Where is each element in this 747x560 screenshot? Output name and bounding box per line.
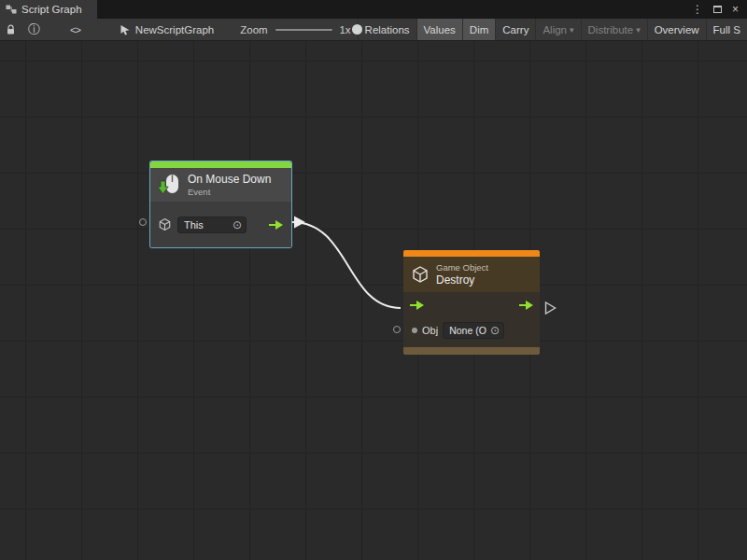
carry-button[interactable]: Carry xyxy=(495,19,535,40)
tab-script-graph[interactable]: Script Graph xyxy=(0,0,97,19)
menu-icon[interactable]: ⋮ xyxy=(692,3,703,16)
event-target-port[interactable] xyxy=(139,218,147,226)
target-field-value: This xyxy=(184,219,204,231)
zoom-label: Zoom xyxy=(240,24,267,35)
destroy-obj-port[interactable] xyxy=(393,326,401,333)
code-icon[interactable]: <> xyxy=(70,24,80,35)
graph-name-group[interactable]: NewScriptGraph xyxy=(120,24,214,35)
graph-canvas[interactable]: On Mouse Down Event This ⊙ xyxy=(0,41,747,560)
toolbar-buttons: Relations Values Dim Carry Align ▾ Distr… xyxy=(358,19,747,40)
zoom-slider-handle[interactable] xyxy=(352,24,362,35)
fullscreen-button[interactable]: Full S xyxy=(706,19,747,40)
graph-name: NewScriptGraph xyxy=(135,24,214,35)
node-on-mouse-down[interactable]: On Mouse Down Event This ⊙ xyxy=(150,161,291,247)
obj-field-value: None (O xyxy=(449,325,486,336)
graph-asset-icon xyxy=(120,24,131,35)
titlebar-controls: ⋮ × xyxy=(692,0,747,19)
tab-title: Script Graph xyxy=(21,4,82,15)
dim-button[interactable]: Dim xyxy=(462,19,495,40)
script-graph-window: Script Graph ⋮ × ⓘ <> NewScriptGraph Zoo… xyxy=(0,0,747,560)
graph-toolbar: ⓘ <> NewScriptGraph Zoom 1x Relations Va… xyxy=(0,19,747,41)
value-port-dot xyxy=(412,328,417,333)
lock-icon[interactable] xyxy=(6,24,16,35)
values-button[interactable]: Values xyxy=(416,19,462,40)
align-button[interactable]: Align ▾ xyxy=(535,19,580,40)
mouse-event-icon xyxy=(157,173,181,197)
distribute-button[interactable]: Distribute ▾ xyxy=(581,19,647,40)
destroy-obj-row: Obj None (O ⊙ xyxy=(403,317,540,343)
node-subtitle: Event xyxy=(188,187,271,197)
node-title: Destroy xyxy=(436,273,488,287)
zoom-value: 1x xyxy=(339,24,350,35)
destroy-accent-strip xyxy=(403,250,540,257)
flow-input-port[interactable] xyxy=(409,300,425,311)
chevron-down-icon: ▾ xyxy=(570,25,574,35)
chevron-down-icon: ▾ xyxy=(636,25,641,35)
obj-field[interactable]: None (O ⊙ xyxy=(443,322,504,339)
node-category: Game Object xyxy=(436,262,488,273)
info-icon[interactable]: ⓘ xyxy=(28,23,40,35)
zoom-slider[interactable] xyxy=(275,29,333,31)
obj-port-label: Obj xyxy=(422,325,438,336)
flow-output-port[interactable] xyxy=(268,219,284,231)
object-picker-icon[interactable]: ⊙ xyxy=(490,325,500,336)
destroy-node-titles: Game Object Destroy xyxy=(436,262,488,287)
maximize-icon[interactable] xyxy=(713,6,722,13)
destroy-node-header: Game Object Destroy xyxy=(403,257,540,292)
script-graph-icon xyxy=(6,4,17,15)
game-object-icon xyxy=(411,265,430,284)
titlebar: Script Graph ⋮ × xyxy=(0,0,747,19)
close-icon[interactable]: × xyxy=(732,3,739,16)
flow-output-port[interactable] xyxy=(518,300,534,311)
event-node-titles: On Mouse Down Event xyxy=(188,173,271,197)
overview-button[interactable]: Overview xyxy=(647,19,706,40)
target-field[interactable]: This ⊙ xyxy=(177,217,247,233)
node-destroy[interactable]: Game Object Destroy xyxy=(403,250,540,355)
relations-button[interactable]: Relations xyxy=(358,19,416,40)
connection-wire xyxy=(0,41,747,560)
event-node-body: This ⊙ xyxy=(150,202,291,247)
object-picker-icon[interactable]: ⊙ xyxy=(233,219,242,231)
node-title: On Mouse Down xyxy=(188,173,271,186)
destroy-flow-row xyxy=(403,292,540,317)
event-accent-strip xyxy=(150,161,291,168)
destroy-node-footer xyxy=(403,347,540,355)
game-object-icon xyxy=(158,217,172,231)
event-node-header: On Mouse Down Event xyxy=(150,168,291,202)
